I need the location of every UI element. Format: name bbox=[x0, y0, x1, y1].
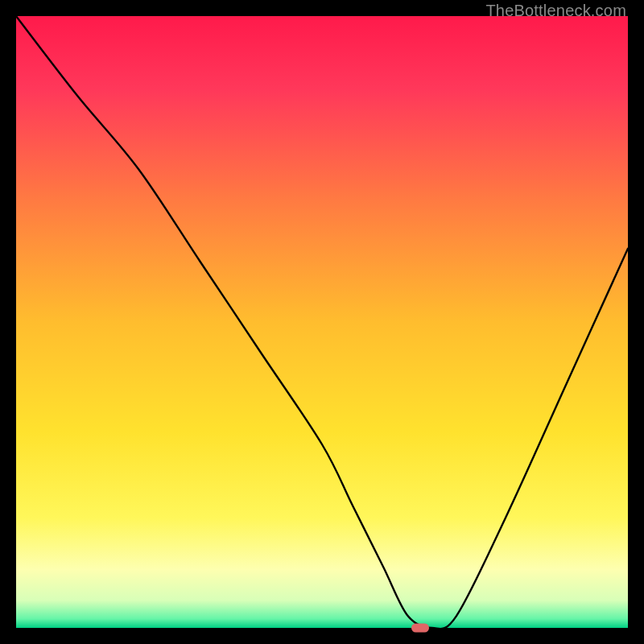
bottleneck-curve bbox=[16, 16, 628, 628]
watermark-text: TheBottleneck.com bbox=[485, 2, 626, 20]
optimum-marker bbox=[411, 624, 429, 633]
chart-frame: TheBottleneck.com bbox=[0, 0, 644, 644]
plot-area bbox=[16, 16, 628, 628]
